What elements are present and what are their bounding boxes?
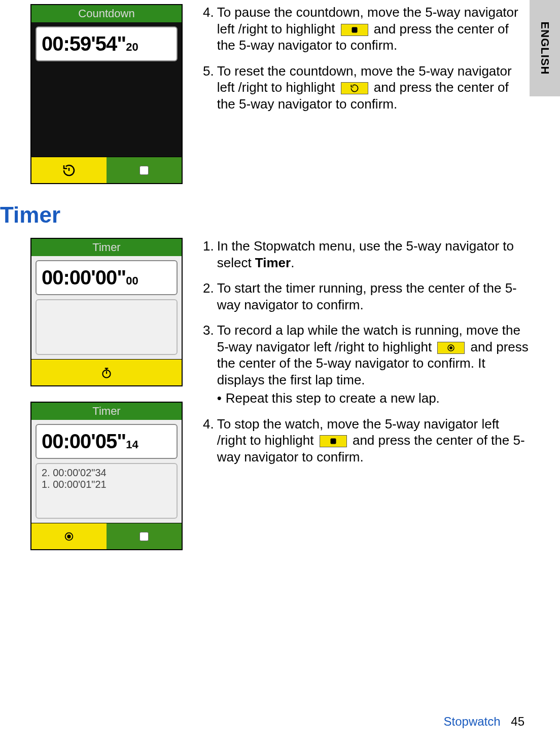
page-footer: Stopwatch 45 (444, 715, 524, 729)
t2-text: To start the timer running, press the ce… (217, 280, 530, 313)
step-number: 4. (203, 416, 214, 466)
stop-icon (341, 24, 368, 36)
timer2-time-sub: 14 (126, 438, 138, 451)
t1-bold: Timer (255, 255, 291, 270)
step-number: 1. (203, 238, 214, 271)
timer1-time-main: 00:00'00" (42, 266, 126, 289)
t3-bullet: Repeat this step to create a new lap. (226, 390, 440, 407)
device-timer-1: Timer 00:00'00"00 (30, 238, 183, 386)
device-countdown: Countdown 00:59'54"20 (30, 4, 183, 184)
countdown-step-4: 4. To pause the countdown, move the 5-wa… (203, 4, 530, 54)
lap-row: 1. 00:00'01"21 (42, 479, 171, 490)
timer-row: Timer 00:00'00"00 Timer 00:00 (0, 238, 530, 550)
device-title: Countdown (31, 5, 182, 22)
countdown-step-5: 5. To reset the countdown, move the 5-wa… (203, 63, 530, 113)
step-number: 3. (203, 322, 214, 407)
record-icon (63, 531, 75, 542)
record-icon (437, 342, 465, 354)
bullet-icon: • (217, 390, 222, 407)
device-title: Timer (31, 403, 182, 420)
timer1-start-button[interactable] (31, 359, 182, 385)
section-title-timer: Timer (0, 202, 530, 228)
stop-icon (139, 166, 149, 175)
svg-point-3 (67, 534, 71, 538)
language-tab: ENGLISH (530, 0, 560, 96)
timer-step-2: 2. To start the timer running, press the… (203, 280, 530, 313)
timer-step-4: 4. To stop the watch, move the 5-way nav… (203, 416, 530, 466)
footer-chapter: Stopwatch (444, 715, 501, 728)
timer1-time-sub: 00 (126, 274, 138, 287)
timer2-time-panel: 00:00'05"14 (36, 424, 178, 459)
timer1-lap-panel (36, 299, 178, 355)
lap-row: 2. 00:00'02"34 (42, 467, 171, 479)
countdown-row: Countdown 00:59'54"20 (0, 4, 530, 184)
stopwatch-icon (100, 366, 113, 379)
reset-icon (61, 163, 77, 178)
timer2-lap-button[interactable] (31, 523, 107, 549)
countdown-reset-button[interactable] (31, 157, 107, 183)
countdown-time-sub: 20 (126, 41, 138, 53)
stop-icon (139, 532, 149, 541)
step-number: 2. (203, 280, 214, 313)
timer-step-3: 3. To record a lap while the watch is ru… (203, 322, 530, 407)
countdown-time-panel: 00:59'54"20 (36, 26, 178, 61)
footer-page-number: 45 (511, 715, 524, 728)
step-number: 5. (203, 63, 214, 113)
timer-step-1: 1. In the Stopwatch menu, use the 5-way … (203, 238, 530, 271)
language-tab-label: ENGLISH (538, 22, 551, 75)
device-title: Timer (31, 239, 182, 256)
device-timer-2: Timer 00:00'05"14 2. 00:00'02"34 1. 00:0… (30, 402, 183, 550)
t1-post: . (291, 255, 294, 270)
timer2-stop-button[interactable] (107, 523, 182, 549)
countdown-body-spacer (36, 61, 178, 153)
reset-icon (341, 82, 368, 94)
timer2-lap-panel: 2. 00:00'02"34 1. 00:00'01"21 (36, 463, 178, 519)
countdown-time-main: 00:59'54" (42, 32, 126, 55)
timer2-time-main: 00:00'05" (42, 430, 126, 452)
timer1-time-panel: 00:00'00"00 (36, 260, 178, 295)
svg-point-5 (449, 346, 452, 349)
countdown-stop-button[interactable] (107, 157, 182, 183)
step-number: 4. (203, 4, 214, 54)
stop-icon (320, 435, 347, 447)
